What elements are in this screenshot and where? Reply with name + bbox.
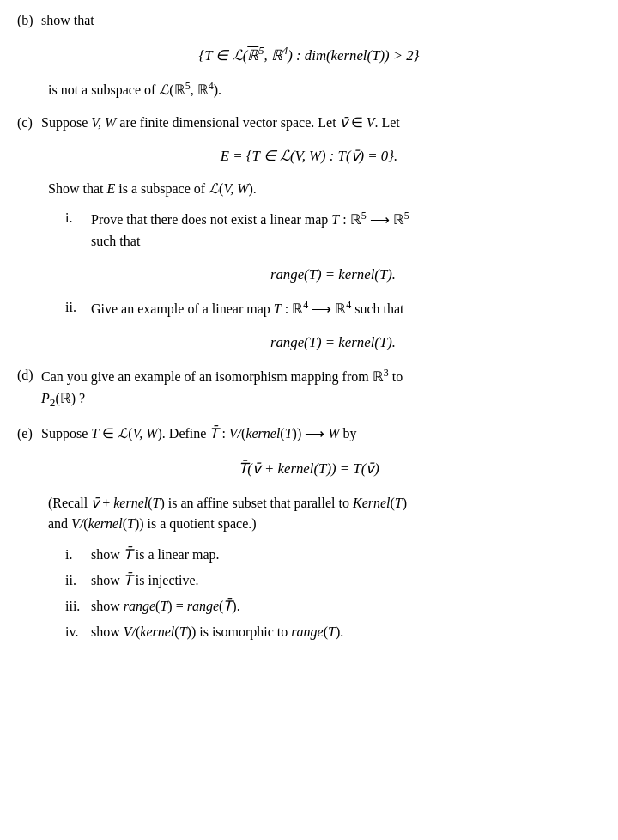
part-e-roman-iii-text: show range(T) = range(T̄).: [91, 596, 240, 617]
part-e-intro: Suppose T ∈ ℒ(V, W). Define T̄ : V/(kern…: [41, 423, 357, 444]
part-e-sub-iii: iii. show range(T) = range(T̄).: [65, 596, 601, 617]
part-e-recall: (Recall v̄ + kernel(T) is an affine subs…: [48, 493, 601, 534]
part-c-display-E: E = {T ∈ ℒ(V, W) : T(v̄) = 0}.: [17, 145, 601, 167]
part-b-display-set: {T ∈ ℒ(ℝ5, ℝ4) : dim(kernel(T)) > 2}: [17, 43, 601, 66]
roman-i-display: range(T) = kernel(T).: [65, 264, 601, 285]
part-c-intro: Suppose V, W are finite dimensional vect…: [41, 113, 400, 133]
part-e-roman-ii-label: ii.: [65, 570, 86, 591]
part-e-display: T̄(v̄ + kernel(T)) = T(v̄): [17, 458, 601, 479]
roman-ii-label: ii.: [65, 297, 86, 318]
part-b-intro: show that: [41, 10, 94, 31]
part-d-text: Can you give an example of an isomorphis…: [41, 365, 403, 411]
roman-ii-display: range(T) = kernel(T).: [65, 332, 601, 353]
part-e-roman-iii-label: iii.: [65, 596, 86, 617]
part-c-sub-i: i. Prove that there does not exist a lin…: [65, 208, 601, 285]
part-c-label: (c): [17, 113, 36, 133]
part-e-sub-i: i. show T̄ is a linear map.: [65, 545, 601, 565]
part-b: (b) show that {T ∈ ℒ(ℝ5, ℝ4) : dim(kerne…: [17, 10, 601, 100]
roman-i-label: i.: [65, 208, 86, 228]
part-c-show: Show that E is a subspace of ℒ(V, W).: [48, 179, 601, 199]
part-e: (e) Suppose T ∈ ℒ(V, W). Define T̄ : V/(…: [17, 423, 601, 642]
part-c: (c) Suppose V, W are finite dimensional …: [17, 113, 601, 353]
part-b-conclusion: is not a subspace of ℒ(ℝ5, ℝ4).: [48, 78, 601, 100]
part-e-roman-i-label: i.: [65, 545, 86, 565]
part-e-roman-ii-text: show T̄ is injective.: [91, 570, 199, 591]
part-e-roman-i-text: show T̄ is a linear map.: [91, 545, 220, 565]
part-c-sub-ii: ii. Give an example of a linear map T : …: [65, 297, 601, 354]
part-b-label: (b): [17, 10, 36, 31]
roman-i-text: Prove that there does not exist a linear…: [91, 208, 409, 251]
part-e-sub-ii: ii. show T̄ is injective.: [65, 570, 601, 591]
part-e-label: (e): [17, 423, 36, 444]
part-e-sub-iv: iv. show V/(kernel(T)) is isomorphic to …: [65, 622, 601, 642]
part-d-label: (d): [17, 365, 36, 386]
part-e-roman-iv-text: show V/(kernel(T)) is isomorphic to rang…: [91, 622, 343, 642]
part-e-roman-iv-label: iv.: [65, 622, 86, 642]
roman-ii-text: Give an example of a linear map T : ℝ4 ⟶…: [91, 297, 403, 320]
part-d: (d) Can you give an example of an isomor…: [17, 365, 601, 411]
